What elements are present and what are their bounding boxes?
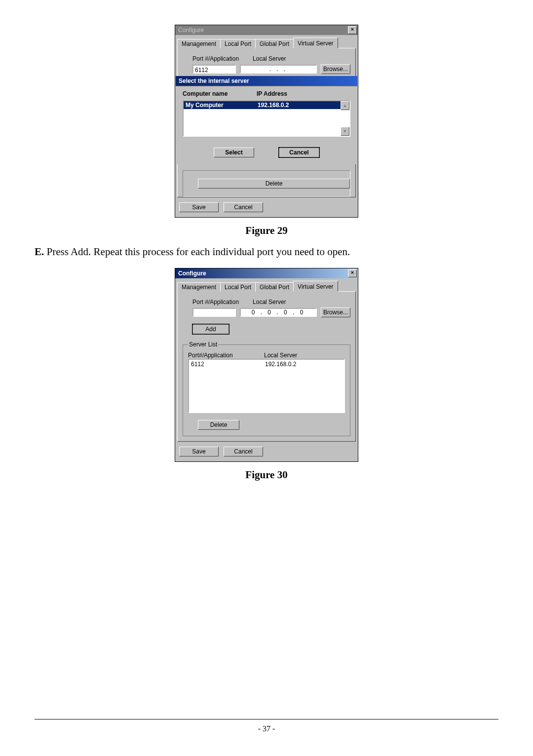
computer-name-cell: My Computer xyxy=(186,101,258,109)
col-local-server: Local Server xyxy=(264,352,297,359)
col-ip-address: IP Address xyxy=(257,90,287,97)
scroll-up-icon[interactable]: ▲ xyxy=(341,101,349,110)
col-port: Port#/Application xyxy=(188,352,249,359)
tab-panel: Port #/Application Local Server 6112 . .… xyxy=(177,48,356,197)
figure-caption-29: Figure 29 xyxy=(245,225,287,237)
list-item[interactable]: 6112 192.168.0.2 xyxy=(191,361,342,368)
save-button[interactable]: Save xyxy=(179,447,219,456)
delete-button[interactable]: Delete xyxy=(198,420,239,430)
list-item[interactable]: My Computer 192.168.0.2 xyxy=(184,101,342,109)
port-input[interactable]: 6112 xyxy=(192,65,236,74)
tab-virtual-server[interactable]: Virtual Server xyxy=(293,38,338,48)
browse-button[interactable]: Browse... xyxy=(321,64,350,74)
step-letter: E. xyxy=(35,246,44,258)
delete-button[interactable]: Delete xyxy=(198,179,350,189)
add-button[interactable]: Add xyxy=(192,324,229,334)
tab-management[interactable]: Management xyxy=(177,39,221,48)
cancel-button[interactable]: Cancel xyxy=(224,202,263,212)
popup-title: Select the internal server xyxy=(176,76,357,86)
server-cell: 192.168.0.2 xyxy=(265,361,296,368)
save-button[interactable]: Save xyxy=(179,202,219,212)
page-number: - 37 - xyxy=(258,724,275,733)
tabstrip: Management Local Port Global Port Virtua… xyxy=(177,280,356,291)
local-server-label: Local Server xyxy=(253,55,286,62)
port-label: Port #/Application xyxy=(192,299,239,305)
tab-global-port[interactable]: Global Port xyxy=(255,39,294,48)
server-listbox[interactable]: My Computer 192.168.0.2 ▲ ▼ xyxy=(183,100,350,137)
cancel-button[interactable]: Cancel xyxy=(279,148,319,157)
col-computer-name: Computer name xyxy=(183,90,257,97)
instruction-text: Press Add. Repeat this process for each … xyxy=(44,246,350,258)
dialog-title: Configure xyxy=(178,27,204,34)
browse-button[interactable]: Browse... xyxy=(321,307,350,317)
select-button[interactable]: Select xyxy=(214,148,254,157)
cancel-button[interactable]: Cancel xyxy=(224,447,263,456)
titlebar: Configure × xyxy=(175,268,358,278)
port-cell: 6112 xyxy=(191,361,265,368)
server-select-popup: Computer name IP Address My Computer 192… xyxy=(176,86,357,164)
close-icon[interactable]: × xyxy=(348,26,357,34)
server-list-box[interactable]: 6112 192.168.0.2 xyxy=(188,359,345,413)
server-list-group: Server List Port#/Application Local Serv… xyxy=(183,341,350,436)
local-server-ip-input[interactable]: 0 . 0 . 0 . 0 xyxy=(240,308,317,317)
titlebar: Configure × xyxy=(175,25,358,35)
tabstrip: Management Local Port Global Port Virtua… xyxy=(177,37,356,48)
tab-local-port[interactable]: Local Port xyxy=(220,282,256,292)
scroll-down-icon[interactable]: ▼ xyxy=(341,127,349,136)
tab-local-port[interactable]: Local Port xyxy=(220,39,256,48)
configure-dialog-2: Configure × Management Local Port Global… xyxy=(175,268,358,462)
page-footer: - 37 - xyxy=(35,719,498,733)
figure-caption-30: Figure 30 xyxy=(245,469,287,481)
server-list-legend: Server List xyxy=(188,341,218,348)
local-server-ip-input[interactable]: . . . xyxy=(240,65,317,74)
tab-management[interactable]: Management xyxy=(177,282,221,292)
instruction-line: E. Press Add. Repeat this process for ea… xyxy=(35,246,498,258)
port-input[interactable] xyxy=(192,308,236,317)
configure-dialog-1: Configure × Management Local Port Global… xyxy=(175,25,358,218)
port-label: Port #/Application xyxy=(192,55,239,62)
close-icon[interactable]: × xyxy=(348,269,357,277)
tab-global-port[interactable]: Global Port xyxy=(255,282,294,292)
ip-cell: 192.168.0.2 xyxy=(258,101,289,109)
tab-virtual-server[interactable]: Virtual Server xyxy=(293,281,338,292)
local-server-label: Local Server xyxy=(253,299,286,305)
tab-panel: Port #/Application Local Server 0 . 0 . … xyxy=(177,291,356,442)
dialog-title: Configure xyxy=(178,270,206,277)
